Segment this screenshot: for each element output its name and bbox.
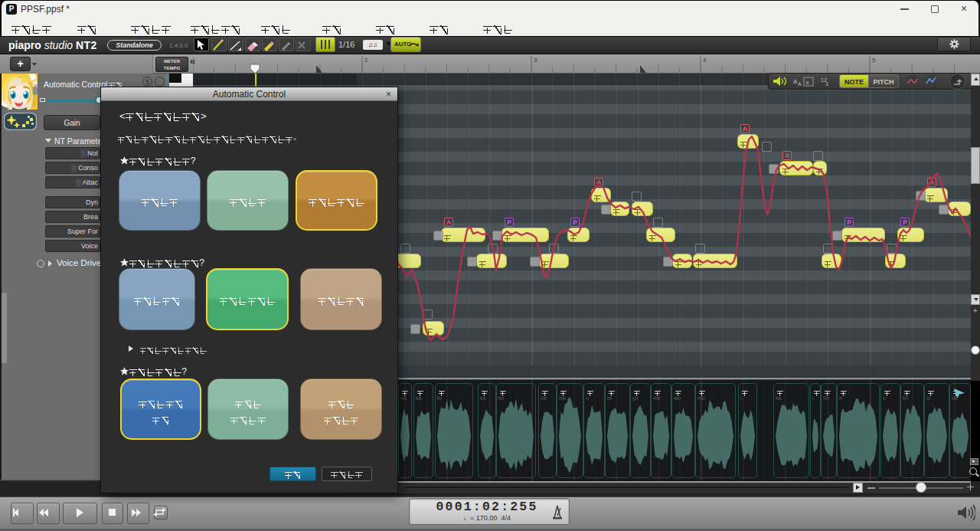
svg-text:a: a (806, 80, 809, 85)
svg-text:3: 3 (825, 81, 828, 87)
svg-text:4: 4 (703, 57, 707, 64)
svg-text:a: a (793, 77, 797, 85)
svg-text:2: 2 (364, 57, 368, 64)
svg-text:5: 5 (872, 57, 876, 64)
svg-text:A: A (798, 81, 802, 87)
svg-text:3: 3 (534, 57, 537, 64)
